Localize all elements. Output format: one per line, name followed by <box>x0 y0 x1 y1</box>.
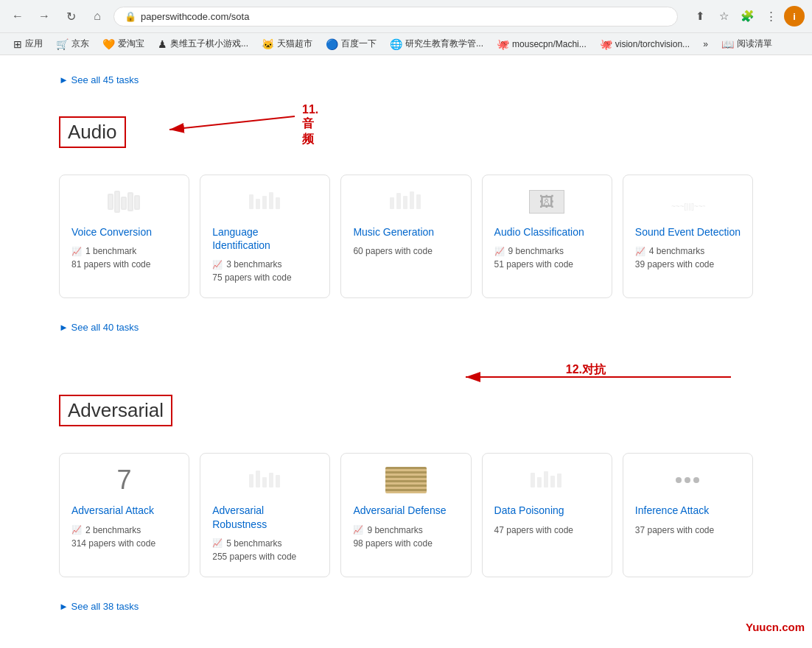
back-button[interactable]: ← <box>7 6 28 27</box>
language-identification-card[interactable]: Language Identification 📈 3 benchmarks 7… <box>200 175 330 298</box>
sound-event-card[interactable]: ~~~[|||]~~~ Sound Event Detection 📈 4 be… <box>623 175 753 298</box>
bookmark-github1[interactable]: 🐙 mousecpn/Machi... <box>491 37 592 52</box>
language-id-title: Language Identification <box>212 225 318 252</box>
dot2 <box>685 477 690 483</box>
see-all-38-link[interactable]: ► See all 38 tasks <box>59 589 753 624</box>
sound-event-stat2: 39 papers with code <box>635 259 741 270</box>
audio-classification-card[interactable]: 🖼 Audio Classification 📈 9 benchmarks 51… <box>482 175 612 298</box>
voice-conversion-title: Voice Conversion <box>71 225 177 239</box>
chess-icon: ♟ <box>158 38 167 50</box>
adversarial-attack-title: Adversarial Attack <box>71 504 177 517</box>
music-generation-card[interactable]: Music Generation 60 papers with code <box>340 175 471 298</box>
music-gen-icon <box>353 187 458 216</box>
tmall-icon: 🐱 <box>262 38 274 50</box>
adversarial-section: 12.对抗 Adversarial 7 <box>59 351 753 629</box>
browser-toolbar: ← → ↻ ⌂ 🔒 paperswithcode.com/sota ⬆ ☆ 🧩 … <box>0 0 812 32</box>
svg-rect-25 <box>531 473 535 487</box>
bookmark-jd[interactable]: 🛒 京东 <box>50 36 95 52</box>
address-bar[interactable]: 🔒 paperswithcode.com/sota <box>113 7 678 27</box>
svg-rect-7 <box>249 194 253 209</box>
baidu-icon: 🔵 <box>326 38 338 50</box>
svg-rect-29 <box>557 473 561 487</box>
svg-rect-9 <box>262 196 267 209</box>
reload-button[interactable]: ↻ <box>60 6 81 27</box>
svg-rect-8 <box>256 199 260 209</box>
url-text: paperswithcode.com/sota <box>141 11 249 22</box>
music-gen-title: Music Generation <box>353 225 458 239</box>
extensions-button[interactable]: 🧩 <box>737 6 757 27</box>
bookmark-taobao[interactable]: 🧡 爱淘宝 <box>97 36 150 52</box>
adversarial-robustness-stat1: 📈 5 benchmarks <box>212 538 318 549</box>
inference-attack-stat2: 37 papers with code <box>635 525 741 535</box>
bookmark-github2[interactable]: 🐙 vision/torchvision... <box>594 37 696 52</box>
benchmark-icon5: 📈 <box>71 525 82 535</box>
reading-icon: 📖 <box>721 38 734 50</box>
svg-text:~~~[|||]~~~: ~~~[|||]~~~ <box>671 202 705 211</box>
bookmark-apps[interactable]: ⊞ 应用 <box>7 36 49 52</box>
svg-rect-26 <box>537 477 542 487</box>
adversarial-defense-icon <box>353 465 458 495</box>
svg-rect-24 <box>276 475 280 487</box>
voice-conversion-stat2: 81 papers with code <box>71 259 177 270</box>
svg-rect-15 <box>410 191 414 209</box>
adversarial-defense-stat2: 98 papers with code <box>353 538 458 549</box>
audio-section: Audio 11.音频 <box>59 105 753 351</box>
dot1 <box>676 477 682 483</box>
bookmark-research[interactable]: 🌐 研究生教育教学管... <box>384 36 489 52</box>
svg-rect-12 <box>390 197 394 209</box>
benchmark-icon4: 📈 <box>635 247 645 256</box>
inference-attack-card[interactable]: Inference Attack 37 papers with code <box>623 453 753 577</box>
svg-rect-16 <box>416 194 421 209</box>
adversarial-cards-grid: 7 Adversarial Attack 📈 2 benchmarks 314 … <box>59 453 753 577</box>
benchmark-icon6: 📈 <box>212 538 223 548</box>
svg-rect-27 <box>544 471 548 487</box>
profile-avatar[interactable]: i <box>784 6 805 27</box>
music-gen-stat2: 60 papers with code <box>353 246 458 256</box>
audio-class-title: Audio Classification <box>494 225 600 239</box>
bookmark-reading[interactable]: 📖 阅读清單 <box>715 36 778 52</box>
data-poisoning-stat2: 47 papers with code <box>494 525 600 535</box>
audio-cards-grid: Voice Conversion 📈 1 benchmark 81 papers… <box>59 175 753 298</box>
share-button[interactable]: ⬆ <box>690 6 710 27</box>
voice-conversion-stat1: 📈 1 benchmark <box>71 246 177 256</box>
apps-icon: ⊞ <box>13 38 22 50</box>
home-button[interactable]: ⌂ <box>87 6 108 27</box>
audio-class-stat2: 51 papers with code <box>494 259 600 270</box>
bookmark-more[interactable]: » <box>697 38 714 51</box>
data-poisoning-title: Data Poisoning <box>494 504 600 517</box>
forward-button[interactable]: → <box>34 6 55 27</box>
benchmark-icon: 📈 <box>71 247 82 256</box>
audio-class-icon: 🖼 <box>494 187 600 216</box>
bookmark-baidu[interactable]: 🔵 百度一下 <box>320 36 382 52</box>
svg-line-1 <box>169 116 295 130</box>
adversarial-defense-title: Adversarial Defense <box>353 504 458 517</box>
adversarial-attack-stat1: 📈 2 benchmarks <box>71 525 177 535</box>
adversarial-robustness-stat2: 255 papers with code <box>212 552 318 562</box>
svg-rect-6 <box>135 196 139 209</box>
svg-rect-10 <box>269 192 273 209</box>
svg-rect-14 <box>403 196 407 209</box>
bookmark-tmall[interactable]: 🐱 天猫超市 <box>256 36 318 52</box>
audio-class-stat1: 📈 9 benchmarks <box>494 246 600 256</box>
adversarial-arrow <box>458 362 753 392</box>
adversarial-robustness-card[interactable]: Adversarial Robustness 📈 5 benchmarks 25… <box>200 453 330 577</box>
page-content: ► See all 45 tasks Audio 11.音频 <box>0 55 812 630</box>
see-all-45-link[interactable]: ► See all 45 tasks <box>59 63 753 97</box>
adversarial-robustness-icon <box>212 465 318 495</box>
browser-chrome: ← → ↻ ⌂ 🔒 paperswithcode.com/sota ⬆ ☆ 🧩 … <box>0 0 812 55</box>
data-poisoning-card[interactable]: Data Poisoning 47 papers with code <box>482 453 612 577</box>
research-icon: 🌐 <box>390 38 402 50</box>
sound-event-icon: ~~~[|||]~~~ <box>635 187 741 216</box>
adversarial-defense-card[interactable]: Adversarial Defense 📈 9 benchmarks 98 pa… <box>340 453 471 577</box>
adversarial-attack-stat2: 314 papers with code <box>71 538 177 549</box>
github2-icon: 🐙 <box>600 38 612 50</box>
bookmark-button[interactable]: ☆ <box>713 6 734 27</box>
more-button[interactable]: ⋮ <box>760 6 781 27</box>
sound-event-stat1: 📈 4 benchmarks <box>635 246 741 256</box>
bookmark-chess[interactable]: ♟ 奥维五子棋小游戏... <box>152 36 254 52</box>
toolbar-icons: ⬆ ☆ 🧩 ⋮ i <box>690 6 805 27</box>
voice-conversion-card[interactable]: Voice Conversion 📈 1 benchmark 81 papers… <box>59 175 189 298</box>
svg-rect-3 <box>115 191 119 212</box>
adversarial-attack-card[interactable]: 7 Adversarial Attack 📈 2 benchmarks 314 … <box>59 453 189 577</box>
see-all-40-link[interactable]: ► See all 40 tasks <box>59 310 753 345</box>
